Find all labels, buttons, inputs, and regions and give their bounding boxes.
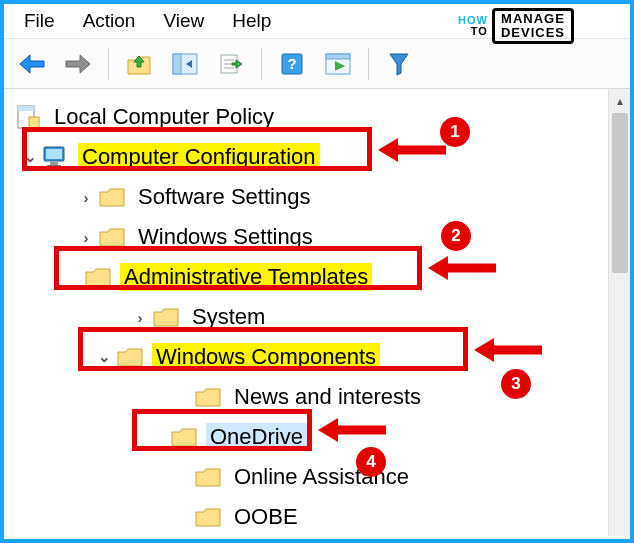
tree-label: OneDrive <box>206 423 307 451</box>
callout-badge-1: 1 <box>440 117 470 147</box>
export-list-button[interactable] <box>211 46 251 82</box>
folder-icon <box>84 264 112 290</box>
folder-up-icon <box>126 52 152 76</box>
folder-icon <box>116 344 144 370</box>
tree-label: Computer Configuration <box>78 143 320 171</box>
help-button[interactable]: ? <box>272 46 312 82</box>
tree-label: Windows Components <box>152 343 380 371</box>
tree-label: Local Computer Policy <box>50 103 278 131</box>
run-button[interactable] <box>318 46 358 82</box>
up-level-button[interactable] <box>119 46 159 82</box>
tree-label: Software Settings <box>134 183 314 211</box>
back-arrow-icon <box>18 53 46 75</box>
watermark-to: TO <box>458 26 488 37</box>
callout-arrow-1 <box>378 135 448 165</box>
scroll-thumb[interactable] <box>612 113 628 273</box>
callout-arrow-2 <box>428 253 498 283</box>
folder-icon <box>98 184 126 210</box>
tree-node-oobe[interactable]: OOBE <box>14 497 608 536</box>
menu-file[interactable]: File <box>24 10 55 32</box>
callout-badge-2: 2 <box>441 221 471 251</box>
tree-node-online-assistance[interactable]: Online Assistance <box>14 457 608 497</box>
folder-icon <box>152 304 180 330</box>
folder-icon <box>170 424 198 450</box>
watermark-manage: MANAGE <box>501 12 565 26</box>
forward-arrow-icon <box>64 53 92 75</box>
tree-node-windows-settings[interactable]: Windows Settings <box>14 217 608 257</box>
folder-icon <box>194 464 222 490</box>
help-icon: ? <box>280 52 304 76</box>
policy-root-icon <box>14 104 42 130</box>
svg-rect-12 <box>29 117 39 128</box>
pane-icon <box>172 53 198 75</box>
toolbar-separator <box>108 48 109 80</box>
tree-label: Windows Settings <box>134 223 317 251</box>
vertical-scrollbar[interactable]: ▴ <box>608 89 630 536</box>
list-export-icon <box>218 52 244 76</box>
svg-rect-15 <box>50 162 58 165</box>
svg-rect-16 <box>47 165 61 167</box>
tree-node-system[interactable]: System <box>14 297 608 337</box>
forward-button[interactable] <box>58 46 98 82</box>
svg-rect-14 <box>46 149 62 159</box>
filter-button[interactable] <box>379 46 419 82</box>
tree-label: News and interests <box>230 383 425 411</box>
back-button[interactable] <box>12 46 52 82</box>
expand-toggle-icon[interactable] <box>78 229 94 246</box>
svg-rect-11 <box>18 106 34 111</box>
svg-rect-1 <box>173 54 181 74</box>
watermark-devices: DEVICES <box>501 26 565 40</box>
tree-node-administrative-templates[interactable]: Administrative Templates <box>14 257 608 297</box>
show-hide-tree-button[interactable] <box>165 46 205 82</box>
scroll-up-icon[interactable]: ▴ <box>609 89 630 113</box>
tree-node-local-computer-policy[interactable]: Local Computer Policy <box>14 97 608 137</box>
computer-icon <box>42 144 70 170</box>
play-window-icon <box>325 53 351 75</box>
menu-view[interactable]: View <box>163 10 204 32</box>
policy-tree[interactable]: Local Computer Policy Computer Configura… <box>4 89 608 536</box>
tree-label: Administrative Templates <box>120 263 372 291</box>
folder-icon <box>194 504 222 530</box>
folder-icon <box>194 384 222 410</box>
svg-text:?: ? <box>287 55 296 72</box>
tree-label: Online Assistance <box>230 463 413 491</box>
menu-help[interactable]: Help <box>232 10 271 32</box>
callout-arrow-4 <box>318 415 388 445</box>
callout-badge-4: 4 <box>356 447 386 477</box>
callout-badge-3: 3 <box>501 369 531 399</box>
tree-node-onedrive[interactable]: OneDrive <box>14 417 608 457</box>
expand-toggle-icon[interactable] <box>78 189 94 206</box>
folder-icon <box>98 224 126 250</box>
watermark-logo: HOW TO MANAGE DEVICES <box>458 8 574 44</box>
tree-label: System <box>188 303 269 331</box>
expand-toggle-icon[interactable] <box>132 309 148 326</box>
toolbar: ? <box>4 39 630 89</box>
svg-rect-9 <box>326 54 350 59</box>
tree-label: OOBE <box>230 503 302 531</box>
toolbar-separator <box>368 48 369 80</box>
menu-action[interactable]: Action <box>83 10 136 32</box>
tree-node-software-settings[interactable]: Software Settings <box>14 177 608 217</box>
callout-arrow-3 <box>474 335 544 365</box>
expand-toggle-icon[interactable] <box>96 348 112 366</box>
expand-toggle-icon[interactable] <box>22 148 38 166</box>
tree-node-computer-configuration[interactable]: Computer Configuration <box>14 137 608 177</box>
funnel-icon <box>388 52 410 76</box>
toolbar-separator <box>261 48 262 80</box>
